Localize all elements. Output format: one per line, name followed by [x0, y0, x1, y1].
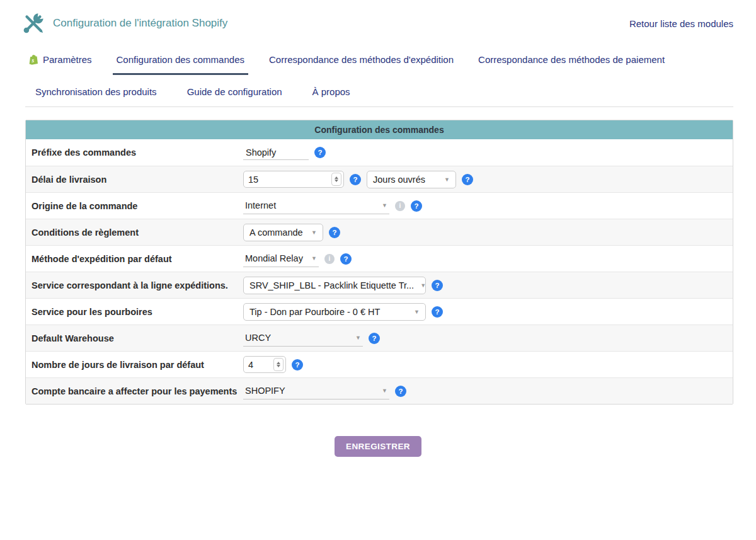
number-stepper[interactable] [331, 173, 341, 186]
tab-configuration-des-commandes[interactable]: Configuration des commandes [113, 52, 248, 75]
field-controls: Mondial Relay ▼ i ? [243, 250, 733, 267]
tab-synchronisation-des-produits[interactable]: Synchronisation des produits [32, 84, 161, 105]
chevron-down-icon: ▼ [382, 202, 387, 209]
stepper-up-icon[interactable] [277, 362, 280, 364]
default-shipping-method-select[interactable]: Mondial Relay ▼ [243, 250, 319, 267]
tab-label: Correspondance des méthodes de paiement [478, 54, 665, 65]
tab-label: Guide de configuration [187, 86, 282, 97]
chevron-down-icon: ▼ [414, 309, 420, 315]
field-label: Service pour les pourboires [26, 307, 243, 317]
field-label: Default Warehouse [26, 333, 243, 343]
help-icon[interactable]: ? [329, 227, 340, 238]
tab-navigation: s Paramètres Configuration des commandes… [0, 44, 756, 105]
tab-label: Paramètres [43, 54, 92, 65]
field-label: Compte bancaire a affecter pour les paye… [26, 386, 243, 396]
tab-row-2: Synchronisation des produits Guide de co… [25, 84, 756, 105]
field-label: Nombre de jours de livraison par défaut [26, 360, 243, 370]
tab-correspondance-methodes-expedition[interactable]: Correspondance des méthodes d'expédition [265, 52, 457, 73]
tab-label: Configuration des commandes [117, 54, 244, 65]
row-default-warehouse: Default Warehouse URCY ▼ ? [26, 325, 733, 351]
tab-label: À propos [312, 86, 350, 97]
row-nombre-jours-livraison: Nombre de jours de livraison par défaut … [26, 351, 733, 377]
chevron-down-icon: ▼ [420, 282, 426, 289]
stepper-down-icon[interactable] [277, 365, 280, 367]
help-icon[interactable]: ? [462, 174, 473, 185]
default-delivery-days-number-input[interactable] [243, 356, 286, 373]
row-origine-de-la-commande: Origine de la commande Internet ▼ i ? [26, 192, 733, 219]
row-service-ligne-expeditions: Service correspondant à la ligne expédit… [26, 272, 733, 298]
tabs-divider [25, 106, 733, 107]
tab-a-propos[interactable]: À propos [309, 84, 354, 105]
tips-service-select[interactable]: Tip - Don par Pourboire - 0 € HT ▼ [243, 303, 426, 321]
tab-guide-de-configuration[interactable]: Guide de configuration [183, 84, 286, 105]
page-header: Configuration de l'intégration Shopify R… [0, 0, 756, 44]
tools-icon [21, 11, 45, 35]
field-controls: Tip - Don par Pourboire - 0 € HT ▼ ? [243, 303, 733, 321]
field-label: Service correspondant à la ligne expédit… [26, 280, 243, 290]
info-icon[interactable]: i [324, 254, 335, 264]
chevron-down-icon: ▼ [311, 255, 317, 261]
bank-account-select[interactable]: SHOPIFY ▼ [243, 382, 389, 399]
order-prefix-input[interactable] [243, 146, 309, 160]
help-icon[interactable]: ? [432, 280, 443, 291]
default-delivery-days-value[interactable] [244, 360, 273, 370]
row-prefixe-des-commandes: Préfixe des commandes ? [26, 139, 733, 166]
help-icon[interactable]: ? [350, 174, 361, 185]
field-controls: SHOPIFY ▼ ? [243, 382, 733, 399]
field-controls: Internet ▼ i ? [243, 197, 733, 214]
selected-option: SRV_SHIP_LBL - Packlink Etiquette Tr... [249, 280, 414, 290]
default-warehouse-select[interactable]: URCY ▼ [243, 330, 363, 347]
help-icon[interactable]: ? [411, 200, 422, 212]
orders-configuration-panel: Configuration des commandes Préfixe des … [25, 120, 733, 405]
tab-row-1: s Paramètres Configuration des commandes… [25, 52, 756, 75]
back-to-modules-link[interactable]: Retour liste des modules [629, 18, 733, 29]
field-label: Méthode d'expédition par défaut [26, 254, 243, 264]
row-compte-bancaire: Compte bancaire a affecter pour les paye… [26, 377, 733, 404]
stepper-down-icon[interactable] [335, 180, 338, 182]
field-label: Conditions de règlement [26, 227, 243, 238]
actions-area: ENREGISTRER [0, 436, 756, 457]
shopify-bag-icon: s [29, 54, 38, 65]
help-icon[interactable]: ? [369, 333, 380, 344]
field-controls: ? [243, 356, 733, 373]
payment-terms-select[interactable]: A commande ▼ [243, 224, 323, 241]
selected-option: SHOPIFY [245, 386, 285, 396]
field-controls: A commande ▼ ? [243, 224, 733, 241]
svg-text:s: s [32, 57, 35, 64]
field-label: Délai de livraison [26, 175, 243, 185]
row-methode-expedition-par-defaut: Méthode d'expédition par défaut Mondial … [26, 245, 733, 272]
help-icon[interactable]: ? [292, 359, 303, 371]
tab-parametres[interactable]: s Paramètres [25, 52, 96, 73]
help-icon[interactable]: ? [432, 306, 443, 318]
help-icon[interactable]: ? [395, 386, 406, 397]
help-icon[interactable]: ? [314, 147, 326, 158]
field-label: Origine de la commande [26, 201, 243, 211]
row-conditions-de-reglement: Conditions de règlement A commande ▼ ? [26, 219, 733, 245]
selected-option: Internet [245, 200, 276, 210]
help-icon[interactable]: ? [340, 253, 352, 265]
field-controls: ? Jours ouvrés ▼ ? [243, 171, 733, 188]
chevron-down-icon: ▼ [311, 229, 317, 236]
panel-title: Configuration des commandes [26, 120, 733, 139]
row-delai-de-livraison: Délai de livraison ? Jours ouvrés ▼ ? [26, 166, 733, 192]
number-stepper[interactable] [273, 358, 284, 371]
shipping-line-service-select[interactable]: SRV_SHIP_LBL - Packlink Etiquette Tr... … [243, 277, 426, 294]
chevron-down-icon: ▼ [382, 388, 387, 394]
tab-correspondance-methodes-paiement[interactable]: Correspondance des méthodes de paiement [474, 52, 668, 73]
order-origin-select[interactable]: Internet ▼ [243, 197, 389, 214]
selected-option: A commande [249, 227, 303, 238]
save-button[interactable]: ENREGISTRER [335, 436, 421, 457]
field-label: Préfixe des commandes [26, 147, 243, 158]
shopify-integration-config-page: Configuration de l'intégration Shopify R… [0, 0, 756, 540]
selected-option: URCY [245, 333, 271, 343]
field-controls: ? [243, 146, 733, 160]
chevron-down-icon: ▼ [444, 176, 450, 183]
row-service-pourboires: Service pour les pourboires Tip - Don pa… [26, 298, 733, 325]
stepper-up-icon[interactable] [335, 176, 338, 179]
delivery-delay-value[interactable] [244, 175, 331, 185]
delivery-delay-number-input[interactable] [243, 171, 344, 188]
info-icon[interactable]: i [395, 201, 405, 211]
delay-unit-select[interactable]: Jours ouvrés ▼ [367, 171, 456, 188]
page-title: Configuration de l'intégration Shopify [53, 17, 227, 30]
chevron-down-icon: ▼ [355, 335, 361, 341]
